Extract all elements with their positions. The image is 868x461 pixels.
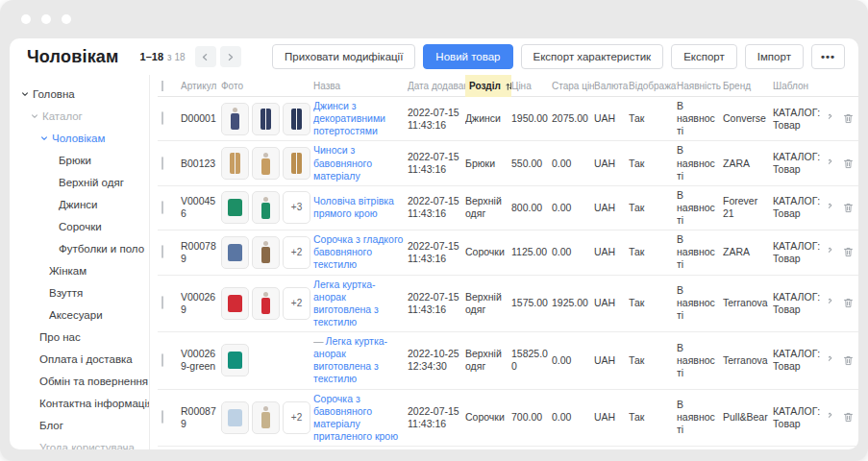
sidebar-item-обмін-та-повернення[interactable]: Обмін та повернення [10,370,149,392]
product-photo[interactable] [221,401,249,434]
product-photo[interactable] [252,287,280,320]
edit-button[interactable] [829,354,833,367]
edit-button[interactable] [829,297,833,309]
product-name-link[interactable]: Чиноси з бавовняного матеріалу [313,144,372,181]
product-photo[interactable] [221,287,249,320]
row-checkbox[interactable] [161,157,163,170]
product-photo[interactable] [221,191,249,224]
sidebar-item-чоловікам[interactable]: Чоловікам [10,127,149,149]
row-checkbox[interactable] [161,245,163,258]
sidebar-item-жінкам[interactable]: Жінкам [10,259,149,281]
product-name-link[interactable]: Легка куртка-анорак виготовлена з тексти… [313,335,387,384]
delete-button[interactable] [842,354,855,367]
column-header-бренд[interactable]: Бренд [723,81,773,91]
product-photo[interactable] [252,191,280,224]
column-header-відображати[interactable]: Відображати [629,81,677,91]
product-photo[interactable] [252,103,280,135]
delete-button[interactable] [842,297,855,309]
product-photo[interactable] [283,147,310,180]
import-button[interactable]: Імпорт [745,44,804,69]
sidebar-item-головна[interactable]: Головна [10,83,149,105]
column-header-ціна[interactable]: Ціна [511,81,552,91]
product-photo[interactable] [252,401,280,434]
sort-icon[interactable] [505,82,511,91]
column-header-шаблон[interactable]: Шаблон [773,81,829,91]
template-line1: КАТАЛОГ: [773,240,825,253]
column-header-наявність[interactable]: Наявність [677,81,723,91]
product-name-link[interactable]: Джинси з декоративними потертостями [313,100,385,136]
sidebar-item-аксесуари[interactable]: Аксесуари [10,303,149,326]
more-photos-badge[interactable]: +2 [283,287,310,320]
edit-button[interactable] [829,411,833,424]
delete-button[interactable] [842,158,855,170]
delete-button[interactable] [842,246,855,258]
column-header-дата-додавання[interactable]: Дата додавання [408,81,465,91]
window-close-button[interactable] [21,14,31,24]
time-value: 11:43:16 [408,303,461,316]
export-button[interactable]: Експорт [671,44,737,69]
sidebar-item-угода-користувача[interactable]: Угода користувача [10,436,149,449]
delete-button[interactable] [842,202,855,214]
sidebar-item-label: Футболки и поло [59,243,144,255]
product-photo[interactable] [221,236,249,269]
edit-button[interactable] [829,246,833,258]
export-attributes-button[interactable]: Експорт характеристик [521,44,664,69]
sidebar-item-взуття[interactable]: Взуття [10,281,149,303]
app-window: Чоловікам 1–18 з 18 Приховати модифікаці… [0,0,868,461]
row-checkbox[interactable] [161,296,163,309]
select-all-checkbox[interactable] [161,81,163,91]
product-photo[interactable] [221,147,249,180]
product-photo[interactable] [221,103,249,135]
column-header-стара-ціна[interactable]: Стара ціна [552,81,594,91]
delete-button[interactable] [842,411,855,424]
chevron-down-icon [40,134,48,142]
window-maximize-button[interactable] [62,14,71,24]
more-photos-badge[interactable]: +2 [283,236,310,269]
sidebar-item-сорочки[interactable]: Сорочки [10,215,149,237]
column-header-розділ[interactable]: Розділ [465,75,511,97]
pagination-prev-button[interactable] [195,46,216,67]
product-photo-graphic [228,295,242,312]
column-header-назва[interactable]: Назва [313,81,408,91]
sidebar-item-оплата-і-доставка[interactable]: Оплата і доставка [10,348,149,370]
column-header-фото[interactable]: Фото [221,81,313,91]
row-checkbox[interactable] [161,410,163,424]
delete-button[interactable] [842,112,855,125]
column-header-валюта[interactable]: Валюта [594,81,629,91]
edit-button[interactable] [829,112,833,125]
product-name-link[interactable]: Сорочка з гладкого бавовняного текстилю [313,233,403,270]
cell-availability: В наявності [677,339,723,382]
sidebar-item-джинси[interactable]: Джинси [10,193,149,215]
column-header-артикул[interactable]: Артикул [181,81,221,91]
more-photos-badge[interactable]: +2 [283,401,310,434]
sidebar-item-каталог[interactable]: Каталог [10,105,149,127]
product-name-link[interactable]: Чоловіча вітрівка прямого крою [313,195,394,219]
window-minimize-button[interactable] [41,14,51,24]
cell-currency: UAH [594,408,629,426]
sidebar-item-блог[interactable]: Блог [10,414,149,436]
cell-actions [829,109,858,128]
product-photo[interactable] [221,344,249,376]
sidebar-item-футболки-и-поло[interactable]: Футболки и поло [10,237,149,259]
product-photo[interactable] [252,147,280,180]
product-name-link[interactable]: Легка куртка-анорак виготовлена з тексти… [313,279,379,328]
more-actions-button[interactable]: ••• [811,44,845,69]
product-name-link[interactable]: Сорочка з бавовняного матеріалу притален… [313,393,398,442]
chevron-left-icon [201,53,210,61]
row-checkbox[interactable] [161,201,163,214]
sidebar-item-про-нас[interactable]: Про нас [10,326,149,348]
trash-icon [842,297,855,309]
sidebar-item-контактна-інформація[interactable]: Контактна інформація [10,392,149,414]
row-checkbox[interactable] [161,111,163,125]
edit-button[interactable] [829,158,833,170]
hide-modifications-button[interactable]: Приховати модифікації [272,44,415,69]
row-checkbox[interactable] [161,353,163,367]
sidebar-item-брюки[interactable]: Брюки [10,149,149,171]
sidebar-item-верхній-одяг[interactable]: Верхній одяг [10,171,149,193]
more-photos-badge[interactable]: +3 [283,191,310,224]
pagination-next-button[interactable] [220,46,241,67]
product-photo[interactable] [283,103,310,135]
product-photo[interactable] [252,236,280,269]
new-product-button[interactable]: Новий товар [423,44,512,69]
edit-button[interactable] [829,202,833,214]
